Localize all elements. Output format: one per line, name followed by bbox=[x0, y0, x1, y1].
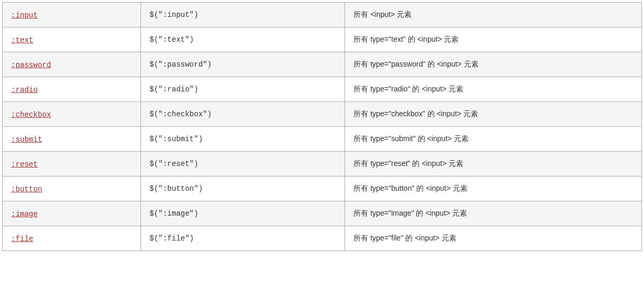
table-row: :radio $(":radio") 所有 type="radio" 的 <in… bbox=[3, 77, 642, 102]
selector-cell: :image bbox=[3, 201, 141, 226]
selector-link[interactable]: :password bbox=[11, 61, 51, 69]
description-cell: 所有 type="radio" 的 <input> 元素 bbox=[345, 77, 642, 102]
table-row: :file $(":file") 所有 type="file" 的 <input… bbox=[3, 226, 642, 251]
selector-cell: :submit bbox=[3, 127, 141, 152]
example-cell: $(":button") bbox=[141, 177, 345, 201]
selector-link[interactable]: :image bbox=[11, 210, 38, 218]
example-cell: $(":submit") bbox=[141, 127, 345, 152]
selector-cell: :reset bbox=[3, 152, 141, 177]
table-row: :image $(":image") 所有 type="image" 的 <in… bbox=[3, 201, 642, 226]
table-row: :text $(":text") 所有 type="text" 的 <input… bbox=[3, 27, 642, 52]
description-cell: 所有 type="submit" 的 <input> 元素 bbox=[345, 127, 642, 152]
example-cell: $(":password") bbox=[141, 52, 345, 77]
description-cell: 所有 type="checkbox" 的 <input> 元素 bbox=[345, 102, 642, 127]
example-cell: $(":checkbox") bbox=[141, 102, 345, 127]
table-row: :input $(":input") 所有 <input> 元素 bbox=[3, 3, 642, 27]
table-row: :password $(":password") 所有 type="passwo… bbox=[3, 52, 642, 77]
description-cell: 所有 type="text" 的 <input> 元素 bbox=[345, 27, 642, 52]
description-cell: 所有 type="image" 的 <input> 元素 bbox=[345, 201, 642, 226]
example-cell: $(":reset") bbox=[141, 152, 345, 177]
selector-link[interactable]: :submit bbox=[11, 135, 42, 144]
selector-cell: :text bbox=[3, 27, 141, 52]
table-row: :button $(":button") 所有 type="button" 的 … bbox=[3, 177, 642, 201]
selectors-table: :input $(":input") 所有 <input> 元素 :text $… bbox=[2, 2, 642, 251]
example-cell: $(":file") bbox=[141, 226, 345, 251]
selector-cell: :password bbox=[3, 52, 141, 77]
example-cell: $(":image") bbox=[141, 201, 345, 226]
description-cell: 所有 <input> 元素 bbox=[345, 3, 642, 27]
description-cell: 所有 type="file" 的 <input> 元素 bbox=[345, 226, 642, 251]
selector-cell: :input bbox=[3, 3, 141, 27]
selector-link[interactable]: :input bbox=[11, 11, 38, 20]
selector-cell: :file bbox=[3, 226, 141, 251]
selector-link[interactable]: :text bbox=[11, 36, 33, 44]
example-cell: $(":input") bbox=[141, 3, 345, 27]
selector-link[interactable]: :radio bbox=[11, 86, 38, 94]
example-cell: $(":radio") bbox=[141, 77, 345, 102]
selector-cell: :checkbox bbox=[3, 102, 141, 127]
table-row: :submit $(":submit") 所有 type="submit" 的 … bbox=[3, 127, 642, 152]
table-row: :checkbox $(":checkbox") 所有 type="checkb… bbox=[3, 102, 642, 127]
selector-cell: :radio bbox=[3, 77, 141, 102]
table-row: :reset $(":reset") 所有 type="reset" 的 <in… bbox=[3, 152, 642, 177]
selector-link[interactable]: :file bbox=[11, 235, 33, 243]
description-cell: 所有 type="password" 的 <input> 元素 bbox=[345, 52, 642, 77]
selector-link[interactable]: :checkbox bbox=[11, 110, 51, 119]
description-cell: 所有 type="button" 的 <input> 元素 bbox=[345, 177, 642, 201]
description-cell: 所有 type="reset" 的 <input> 元素 bbox=[345, 152, 642, 177]
example-cell: $(":text") bbox=[141, 27, 345, 52]
selector-link[interactable]: :button bbox=[11, 185, 42, 193]
selector-link[interactable]: :reset bbox=[11, 160, 38, 169]
selector-cell: :button bbox=[3, 177, 141, 201]
